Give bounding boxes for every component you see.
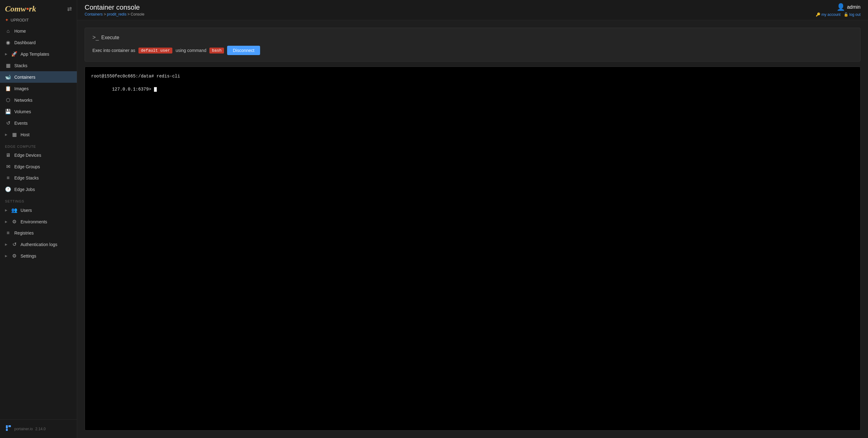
admin-icon: 👤 (837, 3, 845, 11)
env-section: ✦ UPRODIT (0, 15, 77, 26)
sidebar-item-label: Host (21, 132, 30, 137)
sidebar-item-users[interactable]: ▶ 👥 Users (0, 205, 77, 216)
sidebar-item-label: Settings (21, 253, 36, 258)
sidebar-footer: portainer.io 2.14.0 (0, 419, 77, 438)
environments-icon: ⚙ (11, 219, 18, 225)
networks-icon: ⬡ (5, 97, 11, 103)
sidebar-item-home[interactable]: ⌂ Home (0, 26, 77, 37)
breadcrumb-current: Console (131, 12, 144, 17)
sidebar-item-volumes[interactable]: 💾 Volumes (0, 106, 77, 117)
terminal-cursor (154, 87, 157, 92)
home-icon: ⌂ (5, 28, 11, 34)
sidebar-item-app-templates[interactable]: ▶ 🚀 App Templates (0, 48, 77, 60)
breadcrumb: Containers > prodit_redis > Console (85, 12, 144, 17)
sidebar-item-label: Edge Stacks (14, 176, 39, 181)
chevron-icon: ▶ (5, 243, 7, 246)
sidebar-item-label: Authentication logs (21, 242, 57, 247)
sidebar-item-stacks[interactable]: ▦ Stacks (0, 60, 77, 71)
terminal-line-1: root@1550fec0c665:/data# redis-cli (91, 73, 854, 80)
edge-devices-icon: 🖥 (5, 152, 11, 158)
volumes-icon: 💾 (5, 108, 11, 115)
sidebar-item-edge-groups[interactable]: ✉ Edge Groups (0, 161, 77, 173)
transfer-icon[interactable]: ⇄ (67, 6, 72, 12)
sidebar-item-label: Edge Groups (14, 164, 40, 169)
sidebar-item-edge-jobs[interactable]: 🕐 Edge Jobs (0, 184, 77, 195)
dashboard-icon: ◉ (5, 39, 11, 45)
portainer-version: 2.14.0 (35, 427, 45, 431)
terminal-line-2: 127.0.0.1:6379> (91, 80, 854, 99)
edge-stacks-icon: ≡ (5, 175, 11, 181)
chevron-icon: ▶ (5, 220, 7, 223)
sidebar-item-label: Dashboard (14, 40, 36, 45)
exec-text-middle: using command (176, 48, 206, 53)
logo-text: Comw•rk (5, 5, 36, 13)
sidebar-item-label: Edge Jobs (14, 187, 35, 192)
env-icon: ✦ (5, 18, 9, 22)
sidebar-item-auth-logs[interactable]: ▶ ↺ Authentication logs (0, 239, 77, 250)
sidebar-item-events[interactable]: ↺ Events (0, 117, 77, 129)
chevron-icon: ▶ (5, 52, 7, 56)
admin-area: 👤 admin (837, 3, 861, 11)
app-templates-icon: 🚀 (11, 51, 18, 57)
sidebar-item-label: Edge Devices (14, 153, 41, 158)
sidebar-item-label: Users (21, 208, 32, 213)
sidebar: Comw•rk ⇄ ✦ UPRODIT ⌂ Home ◉ Dashboard ▶… (0, 0, 77, 438)
sidebar-item-label: Containers (14, 75, 35, 80)
sidebar-item-images[interactable]: 📋 Images (0, 83, 77, 94)
breadcrumb-separator2: > (128, 12, 131, 17)
svg-rect-2 (8, 425, 11, 427)
terminal-card[interactable]: root@1550fec0c665:/data# redis-cli 127.0… (85, 67, 861, 431)
sidebar-item-dashboard[interactable]: ◉ Dashboard (0, 37, 77, 48)
sidebar-item-networks[interactable]: ⬡ Networks (0, 94, 77, 106)
breadcrumb-separator: > (103, 12, 107, 17)
topbar-right: 👤 admin 🔑 my account 🔓 log out (816, 3, 861, 17)
my-account-link[interactable]: 🔑 my account (816, 12, 841, 17)
sidebar-item-label: Networks (14, 98, 32, 103)
sidebar-item-label: Home (14, 29, 26, 34)
main-content: Container console Containers > prodit_re… (77, 0, 868, 438)
sidebar-item-label: Registries (14, 230, 34, 236)
host-icon: ▦ (11, 132, 18, 137)
portainer-label: portainer.io (14, 427, 33, 431)
topbar: Container console Containers > prodit_re… (77, 0, 868, 20)
breadcrumb-containers-link[interactable]: Containers (85, 12, 103, 17)
svg-rect-1 (6, 429, 8, 431)
stacks-icon: ▦ (5, 63, 11, 68)
users-icon: 👥 (11, 207, 18, 213)
sidebar-item-environments[interactable]: ▶ ⚙ Environments (0, 216, 77, 227)
execute-card-title: >_ Execute (92, 34, 853, 41)
breadcrumb-container-link[interactable]: prodit_redis (107, 12, 127, 17)
sidebar-item-containers[interactable]: 🐋 Containers (0, 71, 77, 83)
sidebar-item-label: App Templates (21, 52, 49, 57)
logout-link[interactable]: 🔓 log out (844, 12, 861, 17)
env-label: UPRODIT (10, 18, 29, 22)
execute-card: >_ Execute Exec into container as defaul… (85, 28, 861, 62)
topbar-links: 🔑 my account 🔓 log out (816, 12, 861, 17)
page-title-area: Container console Containers > prodit_re… (85, 3, 144, 17)
settings-icon: ⚙ (11, 253, 18, 259)
events-icon: ↺ (5, 120, 11, 126)
sidebar-item-registries[interactable]: ≡ Registries (0, 227, 77, 239)
sidebar-item-settings[interactable]: ▶ ⚙ Settings (0, 250, 77, 261)
edge-compute-section-label: EDGE COMPUTE (0, 140, 77, 150)
sidebar-item-label: Stacks (14, 63, 27, 68)
containers-icon: 🐋 (5, 74, 11, 80)
sidebar-item-label: Events (14, 121, 28, 126)
settings-section-label: SETTINGS (0, 195, 77, 205)
chevron-icon: ▶ (5, 209, 7, 212)
execute-title-text: Execute (101, 35, 120, 40)
command-badge: bash (209, 48, 224, 54)
content-area: >_ Execute Exec into container as defaul… (77, 20, 868, 438)
edge-groups-icon: ✉ (5, 164, 11, 169)
sidebar-item-label: Images (14, 86, 29, 91)
portainer-logo-icon (5, 425, 12, 433)
edge-jobs-icon: 🕐 (5, 186, 11, 192)
sidebar-item-host[interactable]: ▶ ▦ Host (0, 129, 77, 140)
sidebar-item-edge-stacks[interactable]: ≡ Edge Stacks (0, 173, 77, 184)
chevron-icon: ▶ (5, 254, 7, 257)
disconnect-button[interactable]: Disconnect (227, 46, 260, 55)
exec-row: Exec into container as default user usin… (92, 46, 853, 55)
auth-logs-icon: ↺ (11, 241, 18, 247)
sidebar-item-edge-devices[interactable]: 🖥 Edge Devices (0, 150, 77, 161)
registries-icon: ≡ (5, 230, 11, 236)
